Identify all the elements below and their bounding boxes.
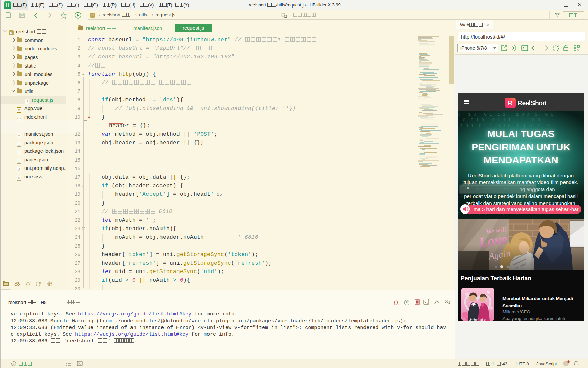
svg-text:Switched a: Switched a xyxy=(469,317,486,321)
